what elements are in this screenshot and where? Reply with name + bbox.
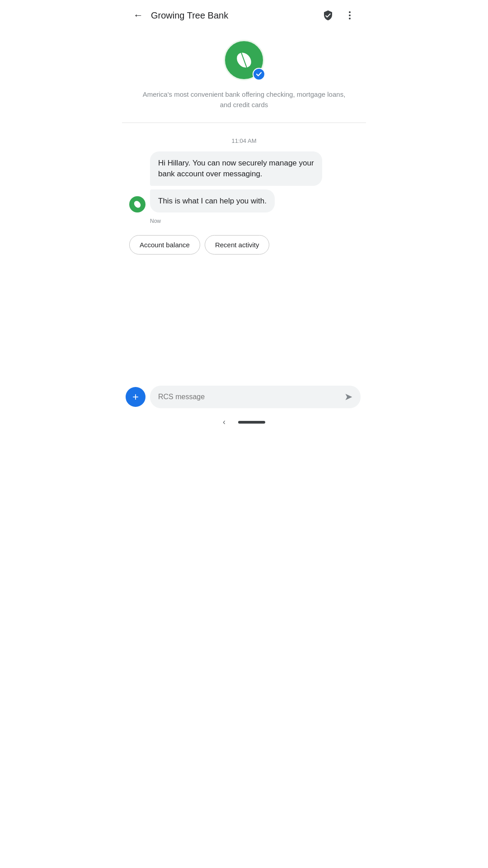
back-button[interactable]: ←: [129, 6, 147, 24]
message-bubble-2: This is what I can help you with.: [150, 189, 275, 213]
more-vert-icon: [344, 10, 355, 21]
svg-point-1: [349, 14, 351, 16]
bot-avatar: [129, 196, 145, 212]
svg-point-0: [349, 11, 351, 13]
message-timestamp: 11:04 AM: [129, 137, 359, 144]
home-indicator[interactable]: [238, 421, 265, 424]
bot-leaf-icon: [131, 198, 144, 211]
header-icons: [319, 6, 359, 24]
chat-area: 11:04 AM Hi Hillary. You can now securel…: [122, 123, 366, 381]
nav-bar: ‹: [122, 413, 366, 434]
message-input-container: ➤: [150, 386, 361, 408]
quick-replies: Account balance Recent activity: [129, 235, 359, 255]
rcs-message-input[interactable]: [158, 393, 341, 401]
send-button[interactable]: ➤: [344, 391, 352, 403]
profile-description: America's most convenient bank offering …: [140, 90, 348, 110]
back-arrow-icon: ←: [133, 9, 143, 21]
header: ← Growing Tree Bank: [122, 0, 366, 29]
svg-point-2: [349, 18, 351, 19]
header-title: Growing Tree Bank: [151, 10, 319, 21]
svg-point-5: [133, 200, 142, 209]
profile-section: America's most convenient bank offering …: [122, 29, 366, 123]
input-bar: + ➤: [122, 381, 366, 413]
add-button[interactable]: +: [126, 387, 145, 407]
message-group: Hi Hillary. You can now securely manage …: [129, 151, 359, 212]
business-avatar-container: [224, 40, 264, 80]
message-bubble-1: Hi Hillary. You can now securely manage …: [150, 151, 322, 186]
account-balance-button[interactable]: Account balance: [129, 235, 200, 255]
message-row-1: Hi Hillary. You can now securely manage …: [129, 151, 359, 186]
add-icon: +: [132, 392, 139, 402]
verified-badge-icon: [253, 68, 265, 80]
recent-activity-button[interactable]: Recent activity: [205, 235, 270, 255]
shield-check-icon: [323, 10, 333, 21]
shield-icon-button[interactable]: [319, 6, 337, 24]
more-options-button[interactable]: [341, 6, 359, 24]
now-label: Now: [150, 218, 359, 224]
system-back-button[interactable]: ‹: [223, 417, 225, 427]
message-row-2: This is what I can help you with.: [129, 189, 359, 213]
